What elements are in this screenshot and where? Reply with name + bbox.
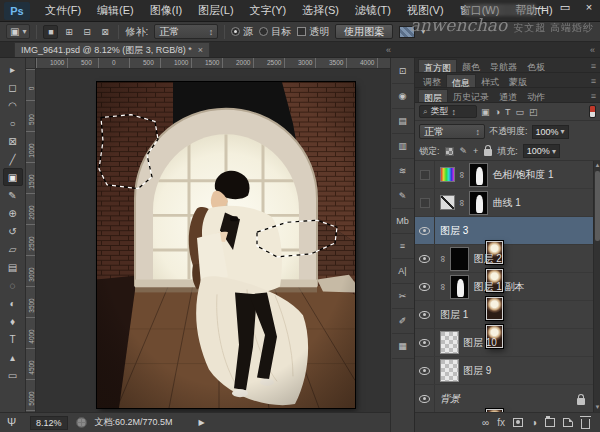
add-mask-icon[interactable] xyxy=(513,418,523,427)
eyedropper-tool[interactable]: ╱ xyxy=(3,150,23,168)
scrollbar[interactable]: ▲ ▼ xyxy=(593,161,600,412)
panel-button-histogram[interactable]: ▥ xyxy=(392,134,414,159)
layer-row-layer-3[interactable]: 图层 3 xyxy=(415,217,593,245)
lock-all-icon[interactable] xyxy=(484,149,492,156)
filter-shape-icon[interactable]: ▭ xyxy=(515,107,524,117)
pattern-swatch[interactable] xyxy=(399,26,415,38)
use-pattern-button[interactable]: 使用图案 xyxy=(335,24,393,39)
filter-adjustment-icon[interactable]: ◑ xyxy=(495,107,500,117)
lock-transparency-icon[interactable] xyxy=(445,147,454,156)
visibility-toggle[interactable] xyxy=(415,161,435,188)
filter-toggle-switch[interactable] xyxy=(589,105,596,118)
link-layers-icon[interactable]: ∞ xyxy=(482,417,489,428)
dock-collapse-chevron[interactable]: « xyxy=(590,45,594,55)
layer-style-icon[interactable]: fx xyxy=(497,417,505,428)
visibility-toggle[interactable] xyxy=(415,189,435,216)
scrollbar-thumb[interactable] xyxy=(595,171,600,241)
panel-button-adjustments[interactable]: ≡ xyxy=(392,234,414,259)
tab-navigator[interactable]: 导航器 xyxy=(485,59,522,72)
eraser-tool[interactable]: ▱ xyxy=(3,240,23,258)
blur-tool[interactable]: ◌ xyxy=(3,276,23,294)
new-group-icon[interactable] xyxy=(545,418,555,427)
new-adjustment-icon[interactable]: ◑ xyxy=(531,417,537,428)
lock-move-icon[interactable]: + xyxy=(473,146,478,156)
menu-image[interactable]: 图像(I) xyxy=(143,0,189,21)
fill-field[interactable]: 100% ▾ xyxy=(523,144,560,158)
patch-mode-dropdown[interactable]: 正常 ↕ xyxy=(154,24,218,39)
document-canvas[interactable] xyxy=(97,82,355,408)
tab-swatches[interactable]: 色板 xyxy=(522,59,550,72)
transparent-checkbox-field[interactable]: 透明 xyxy=(297,25,329,39)
layer-row-hue-sat-1[interactable]: ∞色相/饱和度 1 xyxy=(415,161,593,189)
clone-stamp-tool[interactable]: ⊕ xyxy=(3,204,23,222)
layer-row-layer-1-copy[interactable]: ∞图层 1 副本 xyxy=(415,273,593,301)
menu-view[interactable]: 视图(V) xyxy=(400,0,451,21)
panel-menu-icon[interactable]: ≡ xyxy=(591,76,596,86)
tab-info[interactable]: 信息 xyxy=(446,74,476,87)
visibility-toggle[interactable] xyxy=(415,301,435,328)
dock-collapse-chevron[interactable]: « xyxy=(386,45,390,55)
layer-row-layer-9[interactable]: 图层 9 xyxy=(415,357,593,385)
opacity-field[interactable]: 100% ▾ xyxy=(532,125,569,139)
status-menu-arrow-icon[interactable]: ▶ xyxy=(199,418,205,427)
gradient-tool[interactable]: ▤ xyxy=(3,258,23,276)
filter-smart-object-icon[interactable]: ◰ xyxy=(529,107,538,117)
tool-preset-picker[interactable]: ▣ ▾ xyxy=(6,24,30,39)
menu-type[interactable]: 文字(Y) xyxy=(243,0,294,21)
scroll-up-icon[interactable]: ▲ xyxy=(594,161,600,170)
panel-button-character-styles[interactable]: ▦ xyxy=(392,334,414,359)
visibility-toggle[interactable] xyxy=(415,245,435,272)
close-button[interactable]: × xyxy=(582,2,596,12)
zoom-level-field[interactable]: 8.12% xyxy=(30,416,68,430)
visibility-toggle[interactable] xyxy=(415,329,435,356)
rectangle-tool[interactable]: ▭ xyxy=(3,366,23,384)
dodge-tool[interactable]: ◐ xyxy=(3,294,23,312)
layer-row-layer-1[interactable]: 图层 1 xyxy=(415,301,593,329)
tab-styles[interactable]: 样式 xyxy=(476,74,504,87)
intersect-selection-icon[interactable]: ⊠ xyxy=(97,25,112,39)
chevron-down-icon[interactable]: ▾ xyxy=(421,27,425,36)
minimize-button[interactable]: — xyxy=(534,2,548,12)
add-selection-icon[interactable]: ⊞ xyxy=(61,25,76,39)
visibility-toggle[interactable] xyxy=(415,273,435,300)
document-tab[interactable]: IMG_9641.psd @ 8.12% (图层 3, RGB/8) * × xyxy=(14,42,210,57)
tab-channels[interactable]: 通道 xyxy=(494,89,522,102)
restore-button[interactable]: ▭ xyxy=(558,2,572,12)
visibility-toggle[interactable] xyxy=(415,385,435,412)
panel-button-character[interactable]: A| xyxy=(392,259,414,284)
tab-color[interactable]: 颜色 xyxy=(457,59,485,72)
layer-row-background[interactable]: 背景 xyxy=(415,385,593,412)
visibility-toggle[interactable] xyxy=(415,217,435,244)
menu-layer[interactable]: 图层(L) xyxy=(191,0,240,21)
delete-layer-icon[interactable] xyxy=(581,419,590,429)
pen-tool[interactable]: ♦ xyxy=(3,312,23,330)
subtract-selection-icon[interactable]: ⊟ xyxy=(79,25,94,39)
panel-button-mini-bridge[interactable]: Mb xyxy=(392,209,414,234)
source-radio-field[interactable]: 源 xyxy=(231,25,253,39)
path-selection-tool[interactable]: ▴ xyxy=(3,348,23,366)
source-radio[interactable] xyxy=(231,27,240,36)
panel-menu-icon[interactable]: ≡ xyxy=(591,91,596,101)
visibility-toggle[interactable] xyxy=(415,357,435,384)
target-radio[interactable] xyxy=(259,27,268,36)
filter-type-icon[interactable]: T xyxy=(505,107,511,117)
quick-selection-tool[interactable]: ○ xyxy=(3,114,23,132)
scroll-down-icon[interactable]: ▼ xyxy=(594,403,600,412)
new-layer-icon[interactable] xyxy=(563,418,573,427)
tab-adjustments[interactable]: 调整 xyxy=(418,74,446,87)
menu-filter[interactable]: 滤镜(T) xyxy=(348,0,398,21)
panel-button-clone-source[interactable]: ⊡ xyxy=(392,59,414,84)
panel-button-measurement-log[interactable]: ≋ xyxy=(392,159,414,184)
lock-paint-icon[interactable]: ✎ xyxy=(460,146,468,156)
hand-tool-icon[interactable]: Ψ xyxy=(7,416,16,428)
menu-select[interactable]: 选择(S) xyxy=(295,0,346,21)
tab-actions[interactable]: 动作 xyxy=(522,89,550,102)
filter-pixel-icon[interactable]: ▣ xyxy=(481,107,490,117)
new-selection-icon[interactable]: ■ xyxy=(43,25,58,39)
menu-edit[interactable]: 编辑(E) xyxy=(90,0,141,21)
crop-tool[interactable]: ⊠ xyxy=(3,132,23,150)
lasso-tool[interactable]: ◠ xyxy=(3,96,23,114)
transparent-checkbox[interactable] xyxy=(297,27,306,36)
move-tool[interactable]: ▸ xyxy=(3,60,23,78)
layer-filter-dropdown[interactable]: ⌕ 类型 ↕ xyxy=(419,105,477,118)
